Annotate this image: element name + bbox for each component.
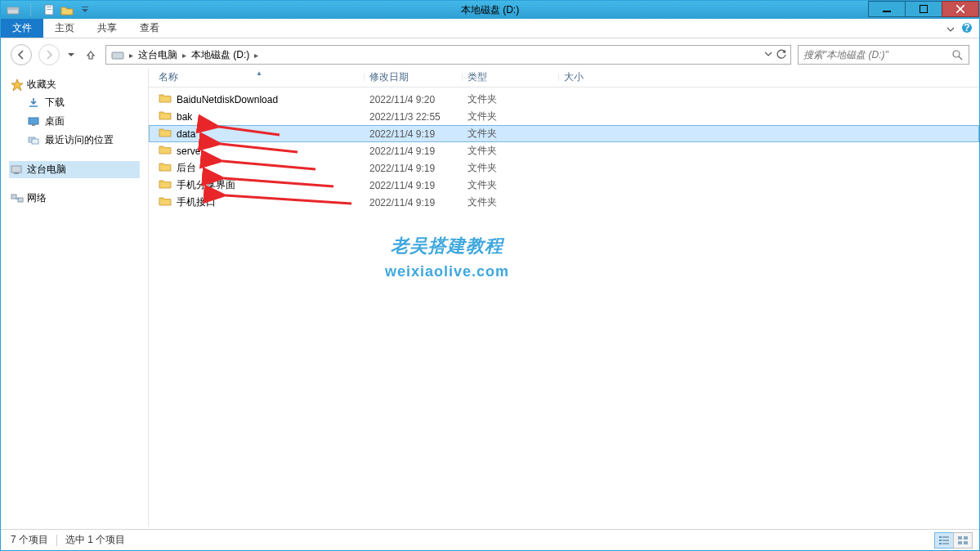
- cell-date: 2022/11/4 9:20: [365, 94, 463, 105]
- sort-ascending-icon: ▲: [256, 69, 262, 77]
- svg-rect-17: [29, 105, 38, 107]
- column-name[interactable]: 名称▲: [154, 70, 365, 84]
- cell-name: data: [154, 127, 365, 141]
- table-row[interactable]: BaiduNetdiskDownload2022/11/4 9:20文件夹: [149, 91, 979, 108]
- refresh-icon[interactable]: [776, 48, 787, 62]
- navigation-pane: 收藏夹 下载 桌面 最近访问的位置 这台电脑 网络: [1, 68, 149, 526]
- column-size[interactable]: 大小: [559, 70, 633, 84]
- breadcrumb-computer[interactable]: 这台电脑: [135, 48, 181, 62]
- cell-name: bak: [154, 110, 365, 123]
- back-button[interactable]: [11, 44, 32, 65]
- cell-type: 文件夹: [463, 144, 559, 158]
- svg-rect-21: [32, 139, 38, 144]
- sidebar-item-desktop[interactable]: 桌面: [9, 112, 140, 131]
- icons-view-button[interactable]: [953, 532, 973, 549]
- file-name: 手机分享界面: [177, 178, 235, 192]
- properties-icon[interactable]: [40, 2, 58, 18]
- help-icon[interactable]: ?: [961, 22, 973, 36]
- cell-type: 文件夹: [463, 161, 559, 175]
- cell-type: 文件夹: [463, 127, 559, 141]
- watermark: 老吴搭建教程 weixiaolive.com: [385, 234, 509, 280]
- svg-rect-2: [30, 3, 31, 16]
- table-row[interactable]: 手机接口2022/11/4 9:19文件夹: [149, 194, 979, 211]
- sidebar-network-label: 网络: [27, 191, 47, 205]
- cell-date: 2022/11/4 9:19: [365, 146, 463, 157]
- file-name: 后台: [177, 161, 196, 175]
- cell-date: 2022/11/4 9:19: [365, 128, 463, 140]
- svg-rect-32: [939, 536, 942, 538]
- navigation-bar: ▸ 这台电脑 ▸ 本地磁盘 (D:) ▸: [1, 42, 979, 68]
- close-button[interactable]: [942, 1, 979, 17]
- sidebar-item-label: 桌面: [45, 114, 65, 128]
- minimize-button[interactable]: [868, 1, 906, 17]
- tab-share[interactable]: 共享: [86, 19, 128, 38]
- tab-home[interactable]: 主页: [43, 19, 86, 38]
- svg-rect-37: [942, 543, 949, 544]
- sidebar-item-recent[interactable]: 最近访问的位置: [9, 131, 140, 150]
- sidebar-favorites[interactable]: 收藏夹: [9, 76, 140, 93]
- cell-date: 2022/11/4 9:19: [365, 197, 463, 208]
- column-date[interactable]: 修改日期: [365, 70, 463, 84]
- svg-rect-23: [14, 172, 19, 174]
- table-row[interactable]: data2022/11/4 9:19文件夹: [149, 125, 979, 142]
- svg-rect-6: [82, 7, 88, 7]
- table-row[interactable]: 手机分享界面2022/11/4 9:19文件夹: [149, 177, 979, 194]
- column-headers: 名称▲ 修改日期 类型 大小: [149, 68, 979, 87]
- history-dropdown-icon[interactable]: [66, 52, 76, 58]
- column-type[interactable]: 类型: [463, 70, 559, 84]
- network-icon: [11, 192, 24, 205]
- search-icon[interactable]: [951, 50, 964, 60]
- svg-rect-1: [7, 7, 19, 10]
- window-controls: [869, 1, 979, 17]
- up-button[interactable]: [83, 47, 99, 63]
- table-row[interactable]: 后台2022/11/4 9:19文件夹: [149, 159, 979, 177]
- sidebar-network[interactable]: 网络: [9, 190, 140, 207]
- folder-icon: [159, 110, 172, 123]
- forward-button[interactable]: [38, 44, 60, 65]
- cell-name: 手机分享界面: [154, 178, 365, 192]
- chevron-right-icon[interactable]: ▸: [128, 51, 135, 60]
- breadcrumb-drive[interactable]: 本地磁盘 (D:): [188, 48, 253, 62]
- cell-date: 2022/11/4 9:19: [365, 180, 463, 191]
- drive-icon: [108, 49, 128, 60]
- address-dropdown-icon[interactable]: [764, 49, 772, 60]
- qat-dropdown-icon[interactable]: [76, 2, 94, 18]
- file-list-pane: 名称▲ 修改日期 类型 大小 BaiduNetdiskDownload2022/…: [149, 68, 979, 526]
- file-tab[interactable]: 文件: [1, 19, 43, 38]
- svg-rect-22: [11, 166, 21, 172]
- status-item-count: 7 个项目: [11, 533, 48, 547]
- svg-rect-40: [958, 541, 962, 544]
- watermark-line1: 老吴搭建教程: [385, 234, 509, 258]
- table-row[interactable]: server2022/11/4 9:19文件夹: [149, 142, 979, 159]
- cell-name: BaiduNetdiskDownload: [154, 92, 365, 106]
- chevron-right-icon[interactable]: ▸: [253, 51, 260, 60]
- sidebar-computer[interactable]: 这台电脑: [9, 161, 140, 178]
- cell-type: 文件夹: [463, 178, 559, 192]
- svg-rect-36: [939, 543, 942, 544]
- svg-rect-33: [942, 536, 949, 538]
- search-box[interactable]: [798, 45, 969, 65]
- chevron-right-icon[interactable]: ▸: [181, 51, 188, 60]
- svg-rect-38: [958, 536, 962, 540]
- folder-icon: [159, 144, 172, 158]
- ribbon-expand-icon[interactable]: [945, 24, 956, 35]
- address-bar[interactable]: ▸ 这台电脑 ▸ 本地磁盘 (D:) ▸: [105, 45, 791, 65]
- folder-icon: [159, 178, 172, 192]
- folder-icon[interactable]: [58, 2, 76, 18]
- maximize-button[interactable]: [905, 1, 942, 17]
- tab-view[interactable]: 查看: [128, 19, 171, 38]
- file-name: 手机接口: [177, 195, 216, 209]
- cell-type: 文件夹: [463, 195, 559, 209]
- details-view-button[interactable]: [934, 532, 954, 549]
- svg-text:?: ?: [964, 22, 969, 34]
- sidebar-item-downloads[interactable]: 下载: [9, 93, 140, 112]
- sidebar-computer-label: 这台电脑: [27, 163, 66, 177]
- search-input[interactable]: [803, 49, 951, 60]
- sidebar-item-label: 下载: [45, 96, 65, 110]
- table-row[interactable]: bak2022/11/3 22:55文件夹: [149, 108, 979, 125]
- svg-rect-7: [883, 11, 891, 12]
- watermark-line2: weixiaolive.com: [385, 263, 509, 280]
- folder-icon: [159, 92, 172, 106]
- file-rows: BaiduNetdiskDownload2022/11/4 9:20文件夹bak…: [149, 87, 979, 211]
- qat-separator: [22, 2, 40, 18]
